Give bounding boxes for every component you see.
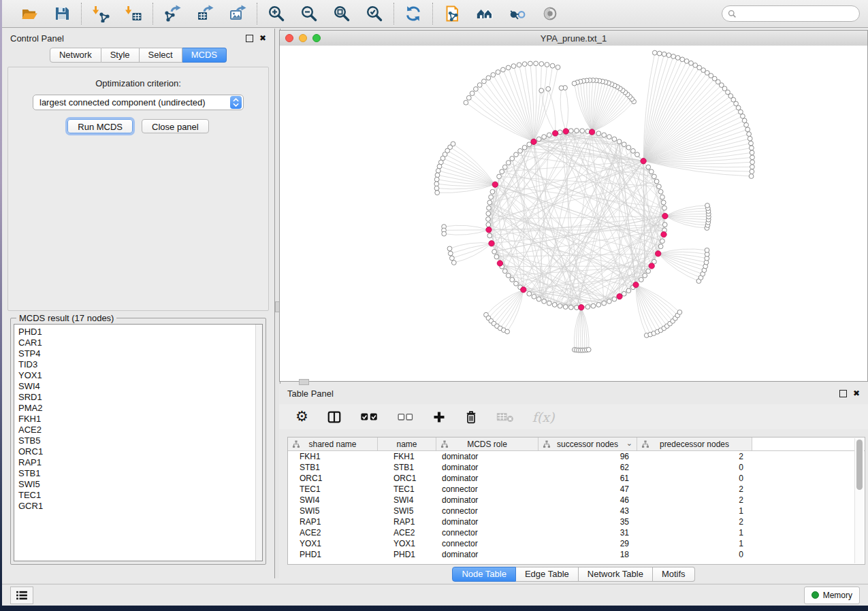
tab-select[interactable]: Select: [140, 48, 182, 63]
column-header-MCDS-role[interactable]: MCDS role: [436, 437, 539, 450]
table-row[interactable]: SWI5SWI5connector431: [288, 506, 865, 516]
mcds-node[interactable]: [662, 213, 668, 218]
close-panel-button[interactable]: Close panel: [142, 119, 209, 133]
mcds-node[interactable]: [649, 263, 654, 269]
mcds-node[interactable]: [633, 282, 639, 287]
add-column-button[interactable]: [432, 410, 446, 424]
zoom-out-button[interactable]: [300, 4, 319, 23]
mcds-node[interactable]: [552, 131, 558, 136]
mcds-node[interactable]: [531, 139, 536, 144]
mcds-result-item[interactable]: TID3: [14, 359, 262, 370]
nested-networks-button[interactable]: [475, 4, 494, 23]
maximize-window-icon[interactable]: [312, 34, 321, 42]
import-network-button[interactable]: [91, 4, 110, 23]
column-header-shared-name[interactable]: shared name: [288, 437, 378, 450]
float-table-panel-icon[interactable]: [839, 390, 847, 397]
tab-network[interactable]: Network: [50, 48, 101, 63]
zoom-selected-button[interactable]: [365, 4, 384, 23]
run-mcds-button[interactable]: Run MCDS: [67, 119, 133, 133]
mcds-result-item[interactable]: ORC1: [14, 446, 262, 457]
network-canvas[interactable]: [280, 46, 867, 381]
table-row[interactable]: STB1STB1dominator620: [288, 462, 865, 473]
search-box[interactable]: [722, 5, 860, 22]
close-window-icon[interactable]: [285, 34, 293, 42]
export-table-button[interactable]: [195, 4, 214, 23]
table-row[interactable]: SWI4SWI4dominator462: [288, 495, 865, 506]
mcds-result-item[interactable]: PHD1: [14, 327, 262, 337]
mcds-result-item[interactable]: STP4: [14, 348, 262, 359]
mcds-node[interactable]: [489, 241, 494, 246]
mcds-node[interactable]: [497, 261, 502, 266]
table-scrollbar-thumb[interactable]: [856, 440, 863, 490]
close-panel-icon[interactable]: ✖: [259, 34, 266, 42]
hide-graphics-details-button[interactable]: [508, 4, 527, 23]
mcds-node[interactable]: [579, 305, 584, 310]
mcds-result-item[interactable]: SWI4: [14, 381, 262, 392]
table-row[interactable]: ORC1ORC1dominator610: [288, 473, 865, 484]
save-session-button[interactable]: [52, 4, 71, 23]
mcds-result-item[interactable]: FKH1: [14, 414, 262, 425]
tab-motifs[interactable]: Motifs: [653, 567, 695, 582]
search-input[interactable]: [740, 8, 854, 19]
float-panel-icon[interactable]: [246, 35, 253, 42]
import-table-button[interactable]: [124, 4, 143, 23]
mcds-result-item[interactable]: STB5: [14, 435, 262, 446]
show-graphics-details-button[interactable]: [541, 4, 560, 23]
mcds-result-item[interactable]: ACE2: [14, 425, 262, 435]
open-file-button[interactable]: [20, 4, 39, 23]
result-list-scrollbar[interactable]: [255, 325, 262, 561]
table-row[interactable]: YOX1YOX1connector291: [288, 538, 865, 549]
mcds-result-item[interactable]: GCR1: [14, 501, 262, 512]
delete-column-button[interactable]: [464, 410, 478, 425]
minimize-window-icon[interactable]: [299, 34, 307, 42]
column-header-predecessor-nodes[interactable]: predecessor nodes: [637, 437, 752, 450]
network-graph[interactable]: [280, 46, 868, 382]
network-file-button[interactable]: [443, 4, 462, 23]
zoom-in-button[interactable]: [267, 4, 286, 23]
zoom-fit-button[interactable]: [332, 4, 351, 23]
table-row[interactable]: ACE2ACE2connector311: [288, 527, 865, 538]
mcds-node[interactable]: [656, 251, 661, 257]
table-row[interactable]: TEC1TEC1connector472: [288, 484, 865, 495]
memory-button[interactable]: Memory: [804, 587, 860, 604]
tab-style[interactable]: Style: [101, 48, 140, 63]
mcds-node[interactable]: [617, 294, 622, 299]
mcds-node[interactable]: [589, 129, 594, 135]
mcds-node[interactable]: [521, 287, 526, 293]
task-history-button[interactable]: [10, 587, 33, 604]
mcds-node[interactable]: [563, 129, 568, 134]
mcds-node[interactable]: [641, 159, 646, 164]
optimization-criterion-dropdown[interactable]: largest connected component (undirected): [33, 95, 244, 110]
toggle-panel-split-button[interactable]: [327, 410, 342, 425]
tab-edge-table[interactable]: Edge Table: [516, 567, 579, 582]
tab-network-table[interactable]: Network Table: [579, 567, 653, 582]
mcds-result-item[interactable]: RAP1: [14, 457, 262, 468]
mcds-result-item[interactable]: PMA2: [14, 403, 262, 414]
export-network-button[interactable]: [163, 4, 182, 23]
mcds-node[interactable]: [486, 227, 492, 233]
column-header-name[interactable]: name: [378, 437, 436, 450]
mcds-result-item[interactable]: CAR1: [14, 337, 262, 348]
close-table-panel-icon[interactable]: ✖: [853, 389, 860, 397]
table-scrollbar[interactable]: [854, 438, 864, 563]
mcds-result-item[interactable]: YOX1: [14, 370, 262, 381]
settings-button[interactable]: ⚙: [295, 410, 308, 424]
refresh-layout-button[interactable]: [404, 4, 423, 23]
table-row[interactable]: FKH1FKH1dominator962: [288, 451, 865, 462]
mcds-result-item[interactable]: STB1: [14, 468, 262, 479]
table-row[interactable]: RAP1RAP1dominator352: [288, 516, 865, 527]
mcds-result-item[interactable]: TEC1: [14, 490, 262, 501]
horizontal-splitter-handle[interactable]: [299, 379, 309, 385]
clear-checkboxes-button[interactable]: [397, 412, 414, 423]
select-all-checkboxes-button[interactable]: [360, 411, 379, 423]
mcds-result-item[interactable]: SRD1: [14, 392, 262, 403]
tab-mcds[interactable]: MCDS: [182, 48, 227, 63]
mcds-node[interactable]: [661, 231, 666, 237]
tab-node-table[interactable]: Node Table: [452, 567, 516, 582]
table-row[interactable]: PHD1PHD1dominator180: [288, 549, 865, 560]
mcds-node[interactable]: [492, 182, 498, 187]
column-header-successor-nodes[interactable]: successor nodes⌄: [539, 437, 637, 450]
export-image-button[interactable]: [228, 4, 247, 23]
network-titlebar[interactable]: YPA_prune.txt_1: [280, 31, 867, 46]
mcds-result-item[interactable]: SWI5: [14, 479, 262, 490]
